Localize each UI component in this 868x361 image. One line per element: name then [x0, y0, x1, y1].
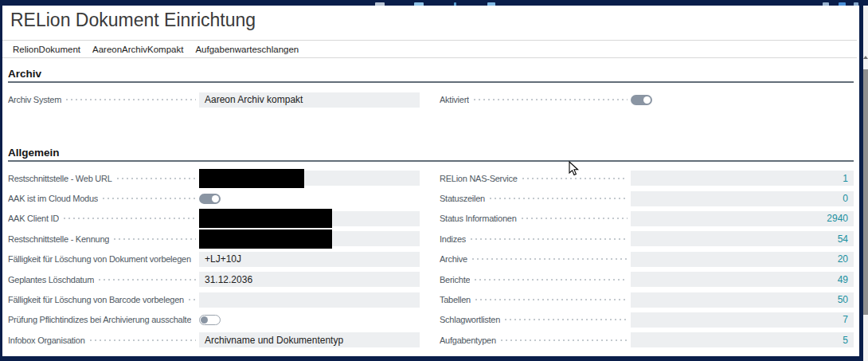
field-row: Fälligkeit für Löschung von Barcode vorb…: [8, 289, 420, 309]
field-input[interactable]: +LJ+10J: [199, 252, 420, 267]
section-archiv-fields: Archiv SystemAareon Archiv kompaktAktivi…: [8, 89, 854, 110]
field-label: Tabellen: [440, 295, 471, 304]
window-border-left: [0, 0, 2, 361]
toolbar-icon-partial-2[interactable]: [414, 2, 424, 6]
drilldown-field[interactable]: 20: [631, 252, 854, 267]
field-input[interactable]: 31.12.2036: [199, 272, 420, 287]
toolbar-icon-partial-1[interactable]: [375, 2, 385, 6]
field-row: Statuszeilen0: [440, 188, 854, 208]
toolbar-icon-partial-6[interactable]: [839, 2, 846, 6]
field-row: Prüfung Pflichtindizes bei Archivierung …: [8, 310, 420, 330]
dotted-leader: [187, 297, 196, 302]
menu-item-reliondokument[interactable]: RelionDokument: [13, 45, 80, 54]
drilldown-field[interactable]: 54: [631, 231, 854, 246]
toggle-knob: [212, 195, 219, 202]
field-label: AAK Client ID: [8, 214, 59, 223]
drilldown-field[interactable]: 49: [631, 272, 854, 287]
drilldown-field[interactable]: 7: [631, 312, 854, 328]
field-control: 31.12.2036: [199, 272, 420, 287]
field-row: Schlagwortlisten7: [440, 310, 854, 330]
redacted-value: [199, 169, 304, 188]
field-label: Fälligkeit für Löschung von Dokument vor…: [8, 254, 191, 264]
field-control: [199, 211, 420, 226]
field-control: Archivname und Dokumententyp: [199, 332, 420, 347]
dotted-leader: [88, 338, 196, 343]
dotted-leader: [97, 277, 196, 282]
dotted-leader: [194, 317, 196, 322]
toggle-knob: [201, 316, 208, 324]
field-row: Status Informationen2940: [440, 209, 854, 229]
field-control: [199, 194, 420, 204]
field-control: 20: [631, 252, 854, 267]
field-row: Archive20: [440, 249, 854, 269]
dotted-leader: [65, 97, 196, 102]
menu-item-aufgabenwarteschlangen[interactable]: Aufgabenwarteschlangen: [195, 45, 299, 54]
field-label: Infobox Organisation: [8, 335, 85, 345]
field-control: [199, 292, 420, 308]
dotted-leader: [503, 317, 628, 322]
field-row: Restschnittstelle - Kennung: [8, 229, 420, 249]
menu-item-aareonarchivkompakt[interactable]: AareonArchivKompakt: [92, 45, 183, 54]
dotted-leader: [520, 216, 628, 221]
field-control: 1: [631, 171, 854, 186]
toolbar-icon-partial-4[interactable]: [487, 2, 495, 6]
toolbar-icon-partial-7[interactable]: [854, 2, 858, 6]
section-title-allgemein: Allgemein: [8, 147, 60, 159]
field-input[interactable]: [199, 231, 420, 246]
field-row: Geplantes Löschdatum31.12.2036: [8, 269, 420, 289]
drilldown-field[interactable]: 50: [631, 292, 854, 308]
top-navigation-bar: [0, 0, 868, 6]
redacted-value: [199, 230, 332, 249]
toggle-knob: [643, 96, 651, 104]
field-input[interactable]: [199, 171, 420, 186]
toggle-switch[interactable]: [199, 315, 221, 325]
field-label: Indizes: [440, 234, 466, 244]
field-control: [199, 171, 420, 186]
drilldown-field[interactable]: 2940: [631, 211, 854, 226]
action-menu-bar: RelionDokumentAareonArchivKompaktAufgabe…: [2, 40, 857, 58]
field-control: 2940: [631, 211, 854, 226]
section-divider: [8, 160, 854, 162]
toggle-switch[interactable]: [199, 194, 221, 204]
window-border-bottom: [0, 356, 863, 361]
dotted-leader: [112, 237, 196, 241]
field-input[interactable]: Archivname und Dokumententyp: [199, 332, 420, 347]
vertical-scrollbar[interactable]: [863, 6, 868, 361]
dotted-leader: [471, 257, 628, 261]
dotted-leader: [115, 176, 196, 181]
toggle-switch[interactable]: [631, 95, 652, 105]
drilldown-field[interactable]: 0: [631, 191, 854, 206]
drilldown-field[interactable]: 5: [631, 332, 854, 347]
dotted-leader: [473, 277, 628, 282]
dotted-leader: [101, 196, 196, 201]
field-input[interactable]: [199, 292, 420, 308]
toolbar-icon-partial-5[interactable]: [823, 2, 829, 6]
drilldown-field[interactable]: 1: [631, 171, 854, 186]
dotted-leader: [62, 216, 196, 221]
field-input[interactable]: Aareon Archiv kompakt: [199, 92, 420, 108]
field-control: 7: [631, 312, 854, 328]
field-row: Tabellen50: [440, 289, 854, 309]
section-divider: [8, 81, 854, 83]
field-control: [199, 231, 420, 246]
field-label: Schlagwortlisten: [440, 315, 500, 324]
field-label: Prüfung Pflichtindizes bei Archivierung …: [8, 315, 191, 324]
field-control: 49: [631, 272, 854, 287]
scrollbar-thumb[interactable]: [863, 69, 868, 315]
field-label: Restschnittstelle - Web URL: [8, 174, 112, 183]
field-control: 5: [631, 332, 854, 347]
toolbar-icon-partial-3[interactable]: [454, 2, 456, 6]
field-row: Fälligkeit für Löschung von Dokument vor…: [8, 249, 420, 269]
field-row: RELion NAS-Service1: [440, 168, 854, 188]
field-input[interactable]: [199, 211, 420, 226]
page-title: RELion Dokument Einrichtung: [10, 10, 256, 31]
field-control: 50: [631, 292, 854, 308]
field-label: Archive: [440, 254, 467, 264]
field-label: RELion NAS-Service: [440, 174, 518, 183]
field-row: Indizes54: [440, 229, 854, 249]
field-control: 0: [631, 191, 854, 206]
field-row: AAK ist im Cloud Modus: [8, 188, 420, 208]
scroll-up-arrow-icon[interactable]: [863, 56, 868, 59]
field-row: Infobox OrganisationArchivname und Dokum…: [8, 330, 420, 350]
dotted-leader: [474, 297, 628, 302]
